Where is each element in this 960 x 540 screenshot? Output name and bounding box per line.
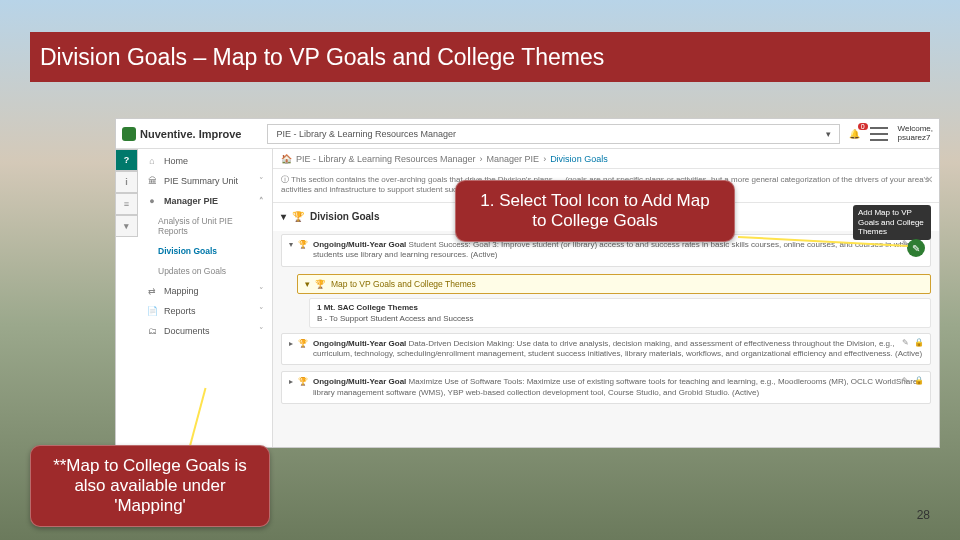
chevron-up-icon: ˄ <box>259 196 264 206</box>
breadcrumb-sep: › <box>480 154 483 164</box>
goal-card: ▸ 🏆 Ongoing/Multi-Year Goal Maximize Use… <box>281 371 931 404</box>
sidebar-item-analysis[interactable]: Analysis of Unit PIE Reports <box>138 211 272 241</box>
sidebar-item-mapping[interactable]: ⇄ Mapping ˅ <box>138 281 272 301</box>
chevron-down-icon: ˅ <box>259 326 264 336</box>
chevron-down-icon: ˅ <box>259 306 264 316</box>
goal-card: ▸ 🏆 Ongoing/Multi-Year Goal Data-Driven … <box>281 333 931 366</box>
home-icon[interactable]: 🏠 <box>281 154 292 164</box>
trophy-icon: 🏆 <box>315 279 326 289</box>
context-selector[interactable]: PIE - Library & Learning Resources Manag… <box>267 124 839 144</box>
theme-header: 1 Mt. SAC College Themes <box>317 303 923 312</box>
rail-info-icon[interactable]: i <box>116 171 138 193</box>
section-title: Division Goals <box>310 211 379 222</box>
map-to-vp-row[interactable]: ▾ 🏆 Map to VP Goals and College Themes <box>297 274 931 294</box>
building-icon: 🏛 <box>146 176 158 186</box>
sidebar-label: Home <box>164 156 188 166</box>
sidebar: ⌂ Home 🏛 PIE Summary Unit ˅ ● Manager PI… <box>138 149 273 447</box>
brand-name: Nuventive. Improve <box>140 128 241 140</box>
page-number: 28 <box>917 508 930 522</box>
sidebar-item-summary[interactable]: 🏛 PIE Summary Unit ˅ <box>138 171 272 191</box>
caret-right-icon[interactable]: ▸ <box>289 377 293 387</box>
rail-list-icon[interactable]: ≡ <box>116 193 138 215</box>
breadcrumb-seg[interactable]: PIE - Library & Learning Resources Manag… <box>296 154 476 164</box>
callout-step1: 1. Select Tool Icon to Add Map to Colleg… <box>455 180 735 242</box>
sidebar-item-reports[interactable]: 📄 Reports ˅ <box>138 301 272 321</box>
caret-down-icon: ▾ <box>305 279 310 289</box>
sidebar-label: Updates on Goals <box>158 266 226 276</box>
home-icon: ⌂ <box>146 156 158 166</box>
rail-filter-icon[interactable]: ▾ <box>116 215 138 237</box>
goal-title: Ongoing/Multi-Year Goal <box>313 339 406 348</box>
slide-title: Division Goals – Map to VP Goals and Col… <box>40 44 604 71</box>
goal-title: Ongoing/Multi-Year Goal <box>313 377 406 386</box>
map-label: Map to VP Goals and College Themes <box>331 279 476 289</box>
breadcrumb: 🏠 PIE - Library & Learning Resources Man… <box>273 149 939 169</box>
trophy-icon: 🏆 <box>298 240 308 250</box>
sidebar-item-documents[interactable]: 🗂 Documents ˅ <box>138 321 272 341</box>
documents-icon: 🗂 <box>146 326 158 336</box>
slide-title-bar: Division Goals – Map to VP Goals and Col… <box>30 32 930 82</box>
chevron-down-icon: ▾ <box>826 129 831 139</box>
sidebar-label: Mapping <box>164 286 199 296</box>
breadcrumb-sep: › <box>543 154 546 164</box>
reports-icon: 📄 <box>146 306 158 316</box>
brand-logo-icon <box>122 127 136 141</box>
welcome-user: psuarez7 <box>898 134 933 143</box>
goal-title: Ongoing/Multi-Year Goal <box>313 240 406 249</box>
welcome-block: Welcome, psuarez7 <box>898 125 933 143</box>
trophy-icon: 🏆 <box>298 339 308 349</box>
breadcrumb-seg-current: Division Goals <box>550 154 608 164</box>
info-icon: ⓘ <box>281 175 291 184</box>
tool-add-map-button[interactable]: ✎ <box>907 239 925 257</box>
app-window: Nuventive. Improve PIE - Library & Learn… <box>115 118 940 448</box>
menu-icon[interactable] <box>870 127 888 141</box>
caret-right-icon[interactable]: ▸ <box>289 339 293 349</box>
mapping-icon: ⇄ <box>146 286 158 296</box>
sidebar-item-division-goals[interactable]: Division Goals <box>138 241 272 261</box>
chevron-down-icon: ˅ <box>259 286 264 296</box>
caret-down-icon[interactable]: ▾ <box>289 240 293 250</box>
app-brand: Nuventive. Improve <box>122 127 241 141</box>
notifications-count: 0 <box>858 123 868 130</box>
notifications-button[interactable]: 🔔 0 <box>846 125 864 143</box>
caret-down-icon[interactable]: ▾ <box>281 211 286 222</box>
rail-help-icon[interactable]: ? <box>116 149 138 171</box>
sidebar-label: Division Goals <box>158 246 217 256</box>
breadcrumb-seg[interactable]: Manager PIE <box>487 154 540 164</box>
sidebar-item-updates[interactable]: Updates on Goals <box>138 261 272 281</box>
trophy-icon: 🏆 <box>298 377 308 387</box>
sidebar-label: Reports <box>164 306 196 316</box>
context-selector-value: PIE - Library & Learning Resources Manag… <box>276 129 456 139</box>
callout-mapping-note: **Map to College Goals is also available… <box>30 445 270 527</box>
lock-icon[interactable]: 🔒 <box>914 376 924 386</box>
edit-icon[interactable]: ✎ <box>902 338 909 348</box>
sidebar-item-home[interactable]: ⌂ Home <box>138 151 272 171</box>
college-themes-block: 1 Mt. SAC College Themes B - To Support … <box>309 298 931 328</box>
sidebar-label: PIE Summary Unit <box>164 176 238 186</box>
tool-tooltip: Add Map to VP Goals and College Themes <box>853 205 931 240</box>
app-header: Nuventive. Improve PIE - Library & Learn… <box>116 119 939 149</box>
lock-icon[interactable]: 🔒 <box>914 338 924 348</box>
sidebar-label: Analysis of Unit PIE Reports <box>158 216 264 236</box>
bell-icon: 🔔 <box>849 129 860 139</box>
chevron-down-icon: ˅ <box>259 176 264 186</box>
dot-icon: ● <box>146 196 158 206</box>
sidebar-label: Documents <box>164 326 210 336</box>
theme-line: B - To Support Student Access and Succes… <box>317 314 923 323</box>
tab-rail: ? i ≡ ▾ <box>116 149 138 447</box>
close-icon[interactable]: ✕ <box>925 173 933 186</box>
sidebar-item-manager-pie[interactable]: ● Manager PIE ˄ <box>138 191 272 211</box>
sidebar-label: Manager PIE <box>164 196 218 206</box>
trophy-icon: 🏆 <box>292 211 304 222</box>
edit-icon[interactable]: ✎ <box>902 376 909 386</box>
